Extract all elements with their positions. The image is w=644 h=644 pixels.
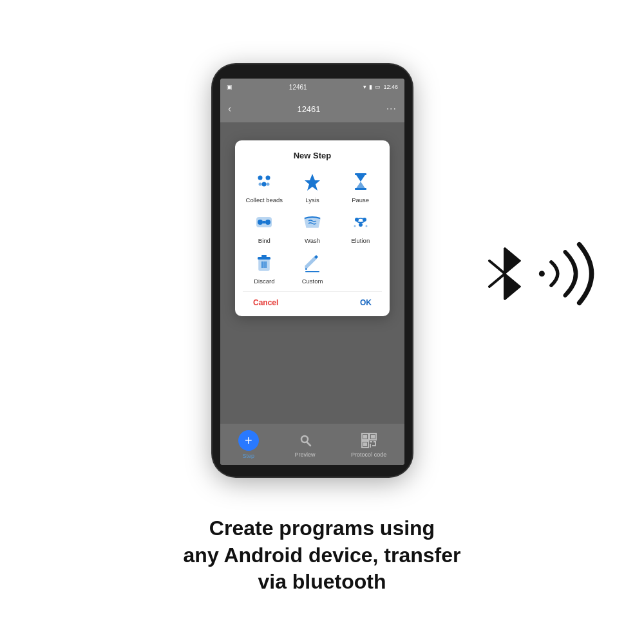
cancel-button[interactable]: Cancel (248, 296, 283, 310)
dialog-item-lysis[interactable]: Lysis (291, 169, 334, 204)
svg-point-16 (365, 225, 367, 227)
nav-item-step[interactable]: + Step (238, 430, 259, 459)
dialog-item-collect-beads[interactable]: Collect beads (243, 169, 286, 204)
empty-cell (339, 251, 382, 285)
back-button[interactable]: ‹ (228, 103, 231, 115)
lysis-icon (300, 169, 325, 194)
step-label: Step (243, 453, 255, 459)
svg-point-3 (259, 183, 262, 186)
preview-icon (296, 431, 314, 450)
wash-label: Wash (305, 237, 320, 244)
svg-line-25 (307, 442, 310, 446)
battery-icon: ▭ (375, 84, 381, 90)
elution-label: Elution (351, 237, 370, 244)
bluetooth-icon (482, 242, 528, 306)
wifi-icon: ▾ (363, 84, 366, 90)
svg-rect-11 (263, 221, 265, 223)
elution-icon (348, 210, 373, 234)
collect-beads-icon (252, 169, 276, 194)
status-bar: ▣ 12461 ▾ ▮ ▭ 12:46 (220, 79, 404, 95)
screen-body: New Step (220, 122, 404, 424)
collect-beads-label: Collect beads (246, 196, 283, 204)
svg-rect-19 (261, 255, 267, 257)
caption-line2: any Android device, transfer (26, 542, 618, 569)
dialog-actions: Cancel OK (243, 296, 382, 310)
dialog-item-pause[interactable]: Pause (339, 169, 382, 204)
svg-rect-31 (363, 442, 367, 446)
dialog-grid-row1: Collect beads Lysis (243, 169, 382, 204)
caption-line1: Create programs using (26, 515, 618, 542)
dialog-item-custom[interactable]: Custom (291, 251, 334, 285)
signal-icon: ▮ (369, 84, 372, 90)
discard-label: Discard (254, 278, 274, 285)
svg-rect-36 (375, 442, 376, 445)
phone: ▣ 12461 ▾ ▮ ▭ 12:46 ‹ 12461 ··· (213, 64, 412, 477)
dialog-item-wash[interactable]: Wash (291, 210, 334, 244)
dialog-grid-row2: Bind (243, 210, 382, 244)
custom-label: Custom (302, 278, 323, 285)
bind-label: Bind (258, 237, 270, 244)
nav-item-protocol-code[interactable]: Protocol code (351, 431, 386, 458)
status-icon: ▣ (227, 84, 232, 90)
svg-point-15 (354, 225, 355, 227)
phone-screen: ▣ 12461 ▾ ▮ ▭ 12:46 ‹ 12461 ··· (220, 79, 404, 465)
bluetooth-area (482, 242, 605, 306)
menu-button[interactable]: ··· (386, 103, 397, 115)
svg-point-10 (265, 220, 270, 225)
dialog-grid-row3: Discard (243, 251, 382, 285)
time-display: 12:46 (383, 84, 398, 90)
dialog-divider (243, 291, 382, 292)
caption-line3: via bluetooth (26, 569, 618, 596)
svg-point-4 (267, 183, 270, 186)
step-add-icon: + (238, 430, 259, 451)
svg-marker-5 (305, 174, 320, 191)
custom-icon (300, 251, 325, 275)
wash-icon (300, 210, 325, 234)
status-right: ▾ ▮ ▭ 12:46 (363, 84, 398, 90)
app-title: 12461 (297, 104, 320, 114)
dialog-title: New Step (243, 151, 382, 160)
preview-label: Preview (294, 451, 315, 458)
svg-rect-27 (363, 435, 367, 439)
pause-icon (348, 169, 373, 194)
pause-label: Pause (352, 196, 369, 204)
bottom-text: Create programs using any Android device… (0, 509, 644, 596)
svg-rect-35 (372, 445, 376, 446)
dialog-item-bind[interactable]: Bind (243, 210, 286, 244)
svg-point-1 (266, 176, 270, 180)
svg-point-0 (258, 176, 263, 180)
svg-rect-33 (374, 441, 376, 442)
status-title: 12461 (289, 84, 307, 91)
svg-rect-23 (305, 271, 319, 272)
svg-rect-29 (371, 435, 375, 439)
svg-point-24 (301, 436, 308, 442)
top-area: ▣ 12461 ▾ ▮ ▭ 12:46 ‹ 12461 ··· (0, 0, 644, 509)
bind-icon (252, 210, 276, 234)
dialog-item-elution[interactable]: Elution (339, 210, 382, 244)
svg-rect-32 (370, 441, 372, 442)
ok-button[interactable]: OK (355, 296, 377, 310)
svg-line-38 (489, 261, 505, 274)
dialog-overlay: New Step (220, 122, 404, 424)
svg-point-2 (262, 182, 267, 187)
discard-icon (252, 251, 276, 275)
new-step-dialog: New Step (235, 140, 390, 316)
bluetooth-waves (535, 242, 605, 306)
svg-point-40 (539, 270, 545, 276)
svg-rect-18 (258, 257, 270, 260)
lysis-label: Lysis (305, 196, 319, 204)
svg-rect-34 (370, 444, 371, 448)
dialog-item-discard[interactable]: Discard (243, 251, 286, 285)
qr-icon (360, 431, 378, 450)
svg-line-39 (489, 274, 505, 287)
scene: ▣ 12461 ▾ ▮ ▭ 12:46 ‹ 12461 ··· (0, 0, 644, 644)
nav-item-preview[interactable]: Preview (294, 431, 315, 458)
bottom-nav: + Step Preview (220, 424, 404, 465)
svg-rect-6 (355, 173, 366, 175)
app-bar: ‹ 12461 ··· (220, 95, 404, 122)
svg-rect-7 (355, 188, 366, 190)
svg-point-9 (258, 220, 263, 225)
protocol-code-label: Protocol code (351, 451, 386, 458)
svg-point-14 (359, 223, 363, 227)
